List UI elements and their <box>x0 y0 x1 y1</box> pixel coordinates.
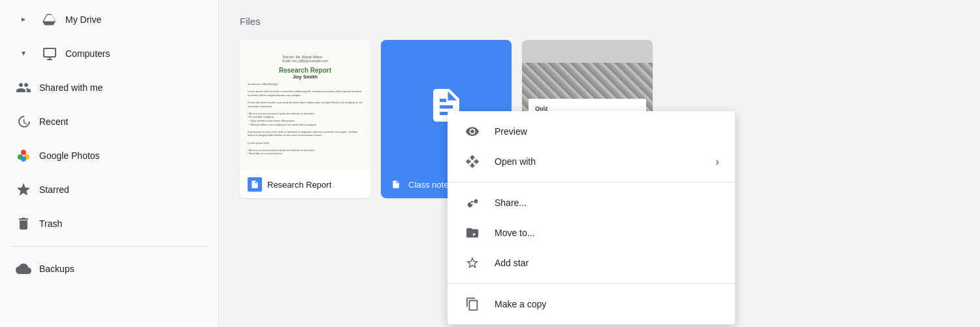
sidebar-item-starred[interactable]: Starred <box>0 173 208 207</box>
main-content: Files Teacher: Ms. Wendy WeberEmail: ms_… <box>219 0 980 327</box>
sidebar-label-shared: Shared with me <box>39 82 103 93</box>
file-label-research: Research Report <box>240 171 370 198</box>
svg-point-2 <box>21 150 26 155</box>
menu-item-add-star[interactable]: Add star <box>448 248 735 278</box>
eye-icon <box>463 124 482 139</box>
sidebar-item-shared[interactable]: Shared with me <box>0 71 208 105</box>
menu-item-open-with[interactable]: Open with › <box>448 146 735 177</box>
clock-icon <box>10 114 37 129</box>
sidebar-label-starred: Starred <box>39 184 69 195</box>
shared-icon <box>10 80 37 95</box>
menu-label-move-to: Move to... <box>495 228 719 238</box>
sidebar-label-recent: Recent <box>39 116 68 127</box>
sidebar-item-backups[interactable]: Backups <box>0 252 208 286</box>
move-icon <box>463 154 482 169</box>
computers-arrow-icon <box>10 50 37 57</box>
sidebar-label-my-drive: My Drive <box>65 14 101 25</box>
menu-label-preview: Preview <box>495 126 719 137</box>
sidebar-label-photos: Google Photos <box>39 150 100 161</box>
menu-divider-1 <box>448 182 735 182</box>
drive-icon <box>37 12 63 27</box>
trash-icon <box>10 216 37 232</box>
sidebar-label-computers: Computers <box>65 48 110 59</box>
sidebar-item-my-drive[interactable]: My Drive <box>0 3 208 37</box>
computer-icon <box>37 46 63 61</box>
context-menu: Preview Open with › Share... Move to... <box>448 111 735 324</box>
menu-label-make-copy: Make a copy <box>495 299 719 309</box>
file-name-research: Research Report <box>267 180 331 190</box>
drive-arrow-icon <box>10 16 37 23</box>
share-icon <box>463 196 482 210</box>
menu-item-move-to[interactable]: Move to... <box>448 218 735 248</box>
menu-item-share[interactable]: Share... <box>448 188 735 218</box>
copy-icon <box>463 297 482 311</box>
file-card-research[interactable]: Teacher: Ms. Wendy WeberEmail: ms_rpBy@e… <box>240 40 370 198</box>
file-name-class-notes: Class notes <box>408 180 453 190</box>
sidebar-item-photos[interactable]: Google Photos <box>0 139 208 173</box>
sidebar-divider <box>10 246 208 247</box>
sidebar-label-backups: Backups <box>39 264 74 274</box>
sidebar-item-trash[interactable]: Trash <box>0 207 208 241</box>
doc-icon-class-notes <box>389 177 403 192</box>
menu-label-open-with: Open with <box>495 156 702 167</box>
sidebar-label-trash: Trash <box>39 218 62 229</box>
svg-marker-0 <box>22 18 25 22</box>
star-outline-icon <box>463 256 482 270</box>
cloud-icon <box>10 261 37 277</box>
sidebar-item-computers[interactable]: Computers <box>0 37 208 71</box>
sidebar-item-recent[interactable]: Recent <box>0 105 208 139</box>
photos-icon <box>10 148 37 164</box>
svg-marker-1 <box>22 52 25 56</box>
menu-divider-2 <box>448 283 735 284</box>
sidebar: My Drive Computers Shared with me Recent <box>0 0 219 327</box>
doc-icon-research <box>248 177 262 192</box>
menu-label-share: Share... <box>495 198 719 208</box>
section-title: Files <box>240 16 959 27</box>
star-icon <box>10 182 37 198</box>
svg-point-5 <box>21 156 26 162</box>
menu-label-add-star: Add star <box>495 258 719 268</box>
menu-item-preview[interactable]: Preview <box>448 116 735 146</box>
folder-move-icon <box>463 226 482 240</box>
file-thumb-research: Teacher: Ms. Wendy WeberEmail: ms_rpBy@e… <box>240 40 370 171</box>
chevron-right-icon: › <box>715 155 719 169</box>
menu-item-make-copy[interactable]: Make a copy <box>448 289 735 319</box>
